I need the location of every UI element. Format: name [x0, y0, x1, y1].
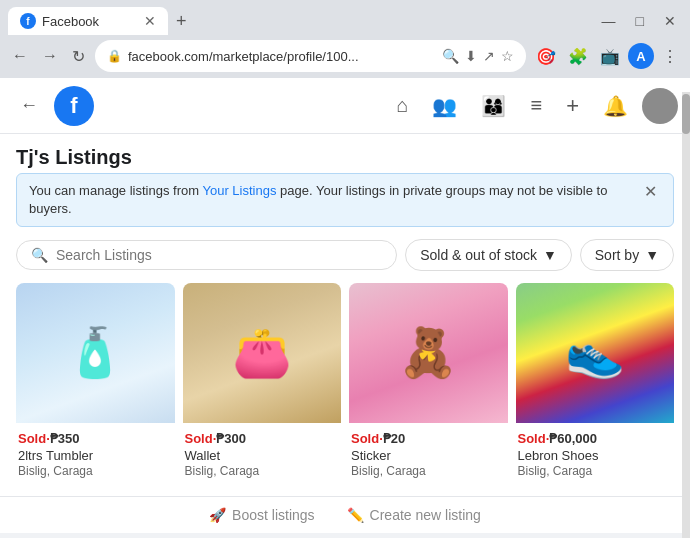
listing-title: Lebron Shoes [518, 448, 673, 463]
scrollbar[interactable] [682, 92, 690, 538]
page-title: Tj's Listings [16, 146, 674, 169]
listing-info: Sold·₱60,000 Lebron Shoes Bislig, Caraga [516, 423, 675, 484]
create-listing-link[interactable]: ✏️ Create new listing [347, 507, 481, 523]
info-close-button[interactable]: ✕ [640, 182, 661, 201]
listing-info: Sold·₱20 Sticker Bislig, Caraga [349, 423, 508, 484]
friends-nav-button[interactable]: 👥 [422, 88, 467, 124]
browser-tab[interactable]: f Facebook ✕ [8, 7, 168, 35]
listing-card[interactable]: 🧸 Sold·₱20 Sticker Bislig, Caraga [349, 283, 508, 484]
forward-button[interactable]: → [38, 43, 62, 69]
groups-nav-button[interactable]: 👨‍👩‍👦 [471, 88, 516, 124]
listing-title: 2ltrs Tumbler [18, 448, 173, 463]
friends-icon: 👥 [432, 95, 457, 117]
listing-price: ₱60,000 [549, 431, 597, 446]
tab-favicon: f [20, 13, 36, 29]
listing-location: Bislig, Caraga [518, 464, 673, 478]
bell-icon: 🔔 [603, 95, 628, 117]
filter-label: Sold & out of stock [420, 247, 537, 263]
address-bar[interactable]: 🔒 facebook.com/marketplace/profile/100..… [95, 40, 526, 72]
cast-icon[interactable]: 📺 [596, 45, 624, 68]
listing-location: Bislig, Caraga [18, 464, 173, 478]
search-icon: 🔍 [31, 247, 48, 263]
boost-icon: 🚀 [209, 507, 226, 523]
listing-image: 🧴 [16, 283, 175, 423]
hamburger-icon: ≡ [530, 94, 542, 116]
listing-card[interactable]: 👛 Sold·₱300 Wallet Bislig, Caraga [183, 283, 342, 484]
search-input[interactable] [56, 247, 382, 263]
share-icon[interactable]: ↗ [483, 48, 495, 64]
new-tab-button[interactable]: + [176, 11, 187, 32]
notifications-button[interactable]: 🔔 [593, 88, 638, 124]
listing-title: Wallet [185, 448, 340, 463]
listing-info: Sold·₱300 Wallet Bislig, Caraga [183, 423, 342, 484]
listing-title: Sticker [351, 448, 506, 463]
listing-image: 👟 [516, 283, 675, 423]
bottom-bar: 🚀 Boost listings ✏️ Create new listing [0, 496, 690, 533]
sort-label: Sort by [595, 247, 639, 263]
boost-listings-link[interactable]: 🚀 Boost listings [209, 507, 314, 523]
fb-back-button[interactable]: ← [12, 91, 46, 120]
puzzle-extension-icon[interactable]: 🧩 [564, 45, 592, 68]
close-button[interactable]: ✕ [658, 11, 682, 31]
scrollbar-thumb[interactable] [682, 94, 690, 134]
back-button[interactable]: ← [8, 43, 32, 69]
listing-info: Sold·₱350 2ltrs Tumbler Bislig, Caraga [16, 423, 175, 484]
refresh-button[interactable]: ↻ [68, 43, 89, 70]
sold-out-of-stock-filter[interactable]: Sold & out of stock ▼ [405, 239, 572, 271]
sold-label: Sold· [518, 431, 550, 446]
browser-menu-button[interactable]: ⋮ [658, 45, 682, 68]
create-label: Create new listing [370, 507, 481, 523]
info-text: You can manage listings from Your Listin… [29, 182, 636, 218]
search-addr-icon[interactable]: 🔍 [442, 48, 459, 64]
filter-chevron-icon: ▼ [543, 247, 557, 263]
listing-price: ₱300 [216, 431, 246, 446]
plus-icon: + [566, 93, 579, 118]
tab-close-button[interactable]: ✕ [144, 13, 156, 29]
listing-image: 🧸 [349, 283, 508, 423]
add-button[interactable]: + [556, 87, 589, 125]
menu-nav-button[interactable]: ≡ [520, 88, 552, 123]
tab-title: Facebook [42, 14, 99, 29]
home-nav-button[interactable]: ⌂ [386, 88, 418, 123]
target-extension-icon[interactable]: 🎯 [532, 45, 560, 68]
address-text: facebook.com/marketplace/profile/100... [128, 49, 436, 64]
listing-price: ₱20 [383, 431, 405, 446]
sold-label: Sold· [18, 431, 50, 446]
create-icon: ✏️ [347, 507, 364, 523]
listing-card[interactable]: 🧴 Sold·₱350 2ltrs Tumbler Bislig, Caraga [16, 283, 175, 484]
listing-location: Bislig, Caraga [351, 464, 506, 478]
listings-grid: 🧴 Sold·₱350 2ltrs Tumbler Bislig, Caraga… [16, 283, 674, 484]
minimize-button[interactable]: — [596, 11, 622, 31]
listing-price: ₱350 [50, 431, 80, 446]
maximize-button[interactable]: □ [630, 11, 650, 31]
download-icon[interactable]: ⬇ [465, 48, 477, 64]
sold-label: Sold· [185, 431, 217, 446]
sort-by-button[interactable]: Sort by ▼ [580, 239, 674, 271]
facebook-logo: f [54, 86, 94, 126]
listing-location: Bislig, Caraga [185, 464, 340, 478]
bookmark-icon[interactable]: ☆ [501, 48, 514, 64]
back-arrow-icon: ← [20, 95, 38, 115]
your-listings-link[interactable]: Your Listings [202, 183, 276, 198]
home-icon: ⌂ [396, 94, 408, 116]
sold-label: Sold· [351, 431, 383, 446]
lock-icon: 🔒 [107, 49, 122, 63]
groups-icon: 👨‍👩‍👦 [481, 95, 506, 117]
sort-chevron-icon: ▼ [645, 247, 659, 263]
boost-label: Boost listings [232, 507, 314, 523]
listing-image: 👛 [183, 283, 342, 423]
search-box[interactable]: 🔍 [16, 240, 397, 270]
user-avatar[interactable] [642, 88, 678, 124]
profile-ext-icon[interactable]: A [628, 43, 654, 69]
info-banner: You can manage listings from Your Listin… [16, 173, 674, 227]
listing-card[interactable]: 👟 Sold·₱60,000 Lebron Shoes Bislig, Cara… [516, 283, 675, 484]
filter-row: 🔍 Sold & out of stock ▼ Sort by ▼ [16, 239, 674, 271]
